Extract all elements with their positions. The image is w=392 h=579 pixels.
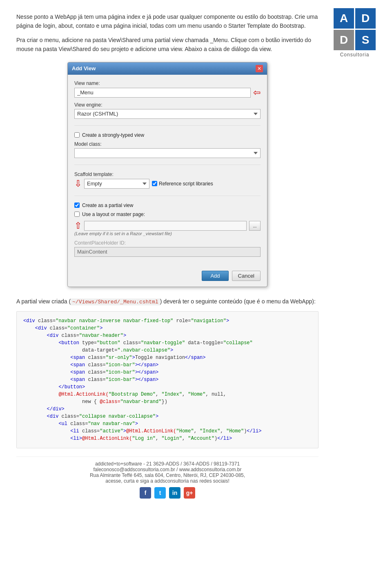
logo-cell-d1: D <box>355 8 376 29</box>
arrow-right-icon: ⇦ <box>253 87 261 98</box>
partial-view-description: A partial view criada (~/Views/Shared/_M… <box>16 297 318 307</box>
logo-grid: A D D S <box>334 8 376 50</box>
dialog-footer: Add Cancel <box>68 267 267 287</box>
footer-line4: acesse, curta e siga a addsconsultoria n… <box>16 478 318 484</box>
model-class-label: Model class: <box>74 141 261 147</box>
partial-view-checkbox[interactable] <box>74 203 80 208</box>
logo-cell-s: S <box>355 30 376 50</box>
use-layout-label: Use a layout or master page: <box>82 212 145 217</box>
logo-cell-d2: D <box>334 30 354 50</box>
divider-3 <box>74 196 261 196</box>
partial-view-path: ~/Views/Shared/_Menu.cshtml <box>71 298 160 305</box>
layout-hint-text: (Leave empty if it is set in a Razor _vi… <box>74 231 261 236</box>
code-block: <div class="navbar navbar-inverse navbar… <box>16 311 318 448</box>
social-links: f t in g+ <box>16 487 318 499</box>
strongly-typed-checkbox[interactable] <box>74 132 80 138</box>
dialog-wrapper: Add View ✕ View name: ⇦ View engine: <box>16 62 318 287</box>
divider-2 <box>74 165 261 165</box>
use-layout-checkbox[interactable] <box>74 212 80 217</box>
footer-line3: Rua Almirante Teffé 645, sala 604, Centr… <box>16 472 318 478</box>
logo-subtitle: Consultoria <box>334 52 376 58</box>
view-engine-label: View engine: <box>74 102 261 108</box>
partial-view-row: Create as a partial view <box>74 203 261 208</box>
reference-scripts-row: Reference script libraries <box>152 181 213 187</box>
dialog-body: View name: ⇦ View engine: Razor (CSHTML) <box>68 75 267 267</box>
twitter-icon[interactable]: t <box>154 487 166 499</box>
paragraph-2: Pra criar o menu, adicione na pasta View… <box>16 36 318 54</box>
facebook-icon[interactable]: f <box>140 487 151 499</box>
content-placeholder-group: ContentPlaceHolder ID: <box>74 240 261 257</box>
browse-button[interactable]: ... <box>249 221 261 231</box>
footer-line2: faleconosco@addsconsultoria.com.br / www… <box>16 467 318 472</box>
scaffold-select[interactable]: Empty <box>84 179 149 189</box>
view-name-input[interactable] <box>74 88 251 98</box>
model-class-group: Model class: <box>74 141 261 158</box>
view-name-group: View name: ⇦ <box>74 80 261 98</box>
paragraph-1: Nesse ponto a WebApp já tem uma página i… <box>16 12 318 31</box>
googleplus-icon[interactable]: g+ <box>184 487 195 499</box>
view-name-row: ⇦ <box>74 87 261 98</box>
content-placeholder-input[interactable] <box>74 247 261 257</box>
dialog-title: Add View <box>72 65 96 71</box>
partial-view-label: Create as a partial view <box>82 203 133 208</box>
view-engine-select[interactable]: Razor (CSHTML) <box>74 109 261 119</box>
divider-1 <box>74 125 261 126</box>
main-content: Nesse ponto a WebApp já tem uma página i… <box>16 12 376 499</box>
dialog-titlebar: Add View ✕ <box>68 62 267 75</box>
footer-line1: addicted+to+software - 21 3629-ADDS / 36… <box>16 461 318 467</box>
arrow-down-icon: ⇩ <box>74 178 82 189</box>
logo: A D D S Consultoria <box>334 8 376 58</box>
reference-scripts-checkbox[interactable] <box>152 181 157 186</box>
logo-cell-a: A <box>334 8 354 29</box>
add-view-dialog: Add View ✕ View name: ⇦ View engine: <box>67 62 267 287</box>
layout-path-input[interactable] <box>84 221 247 231</box>
cancel-button[interactable]: Cancel <box>232 271 261 281</box>
strongly-typed-row: Create a strongly-typed view <box>74 132 261 138</box>
arrow-up-icon: ⇧ <box>74 220 82 231</box>
view-name-label: View name: <box>74 80 261 86</box>
add-button[interactable]: Add <box>202 271 228 281</box>
dialog-close-button[interactable]: ✕ <box>256 65 263 72</box>
view-engine-group: View engine: Razor (CSHTML) <box>74 102 261 119</box>
scaffold-template-group: Scaffold template: ⇩ Empty Reference scr… <box>74 171 261 189</box>
layout-path-group: ⇧ ... (Leave empty if it is set in a Raz… <box>74 220 261 236</box>
scaffold-section: ⇩ Empty Reference script libraries <box>74 178 261 189</box>
scaffold-template-label: Scaffold template: <box>74 171 261 177</box>
strongly-typed-label: Create a strongly-typed view <box>82 132 144 138</box>
model-class-select[interactable] <box>74 148 261 158</box>
content-placeholder-label: ContentPlaceHolder ID: <box>74 240 261 246</box>
linkedin-icon[interactable]: in <box>169 487 180 499</box>
page-footer: addicted+to+software - 21 3629-ADDS / 36… <box>16 457 318 499</box>
use-layout-row: Use a layout or master page: <box>74 212 261 217</box>
reference-scripts-label: Reference script libraries <box>159 181 213 187</box>
layout-path-row: ⇧ ... <box>74 220 261 231</box>
